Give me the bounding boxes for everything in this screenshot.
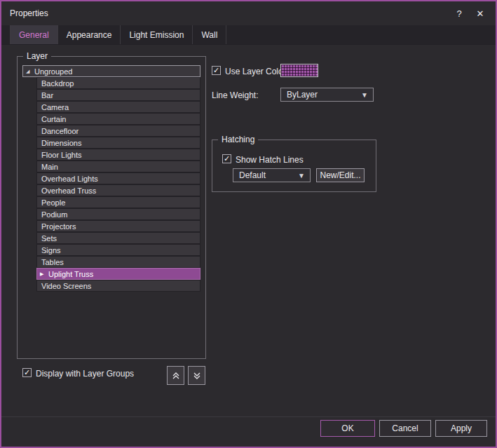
tree-item-floor-lights[interactable]: Floor Lights: [36, 149, 200, 161]
tab-general[interactable]: General: [10, 25, 58, 44]
hatching-group-label: Hatching: [218, 135, 258, 144]
hatching-groupbox: Hatching ✓ Show Hatch Lines Default ▼ Ne…: [212, 140, 376, 192]
tree-item-bar[interactable]: Bar: [36, 89, 200, 101]
tree-item-backdrop[interactable]: Backdrop: [36, 77, 200, 89]
show-hatch-lines-checkbox[interactable]: ✓: [222, 154, 231, 163]
tree-item-ungrouped[interactable]: ◢ Ungrouped: [22, 65, 200, 77]
tab-appearance[interactable]: Appearance: [58, 25, 121, 44]
window-title: Properties: [10, 8, 48, 18]
tree-item-signs[interactable]: Signs: [36, 244, 200, 256]
tree-item-projectors[interactable]: Projectors: [36, 220, 200, 232]
tree-item-camera[interactable]: Camera: [36, 101, 200, 113]
tree-item-uplight-truss-selected[interactable]: ▶ Uplight Truss: [36, 268, 200, 280]
apply-button[interactable]: Apply: [435, 420, 487, 437]
checkmark-icon: ✓: [224, 155, 230, 163]
tree-item-tables[interactable]: Tables: [36, 256, 200, 268]
tree-item-dimensions[interactable]: Dimensions: [36, 137, 200, 149]
tree-item-video-screens[interactable]: Video Screens: [36, 280, 200, 292]
current-item-arrow-icon: ▶: [37, 271, 48, 277]
cancel-button[interactable]: Cancel: [379, 420, 431, 437]
chevron-down-icon: ▼: [361, 91, 373, 99]
double-chevron-down-icon: [192, 371, 202, 381]
tree-item-dancefloor[interactable]: Dancefloor: [36, 125, 200, 137]
display-with-layer-groups-label: Display with Layer Groups: [36, 369, 134, 379]
footer-divider: [1, 416, 496, 417]
tree-item-podium[interactable]: Podium: [36, 208, 200, 220]
layer-tree: ◢ Ungrouped Backdrop Bar Camera Curtain …: [22, 65, 200, 347]
layer-groupbox: Layer ◢ Ungrouped Backdrop Bar Camera Cu…: [17, 56, 206, 359]
line-weight-value: ByLayer: [281, 90, 361, 100]
tree-item-curtain[interactable]: Curtain: [36, 113, 200, 125]
hatch-style-value: Default: [233, 170, 298, 180]
chevron-down-icon: ▼: [298, 172, 310, 179]
tab-wall[interactable]: Wall: [193, 25, 226, 44]
show-hatch-lines-label: Show Hatch Lines: [236, 155, 304, 165]
new-edit-button[interactable]: New/Edit...: [316, 168, 365, 182]
tree-item-main[interactable]: Main: [36, 161, 200, 172]
tab-bar: General Appearance Light Emission Wall: [1, 25, 496, 45]
ok-button[interactable]: OK: [320, 420, 375, 437]
checkmark-icon: ✓: [24, 369, 30, 376]
tab-light-emission[interactable]: Light Emission: [121, 25, 193, 44]
close-icon[interactable]: ✕: [472, 6, 489, 21]
help-icon[interactable]: ?: [451, 6, 468, 21]
layer-group-label: Layer: [23, 51, 51, 61]
move-up-button[interactable]: [167, 366, 184, 385]
tree-item-people[interactable]: People: [36, 196, 200, 208]
expander-icon[interactable]: ◢: [23, 69, 34, 74]
use-layer-color-label: Use Layer Color: [225, 67, 286, 76]
use-layer-color-checkbox[interactable]: ✓: [212, 66, 221, 75]
layer-color-swatch[interactable]: [280, 64, 318, 77]
properties-dialog: Properties ? ✕ General Appearance Light …: [0, 0, 497, 448]
tree-item-sets[interactable]: Sets: [36, 232, 200, 244]
line-weight-dropdown[interactable]: ByLayer ▼: [280, 88, 374, 102]
display-with-layer-groups-checkbox[interactable]: ✓: [22, 368, 32, 377]
double-chevron-up-icon: [171, 371, 181, 381]
line-weight-label: Line Weight:: [212, 90, 259, 100]
titlebar: Properties ? ✕: [1, 1, 496, 25]
tree-item-overhead-lights[interactable]: Overhead Lights: [36, 172, 200, 184]
tree-item-overhead-truss[interactable]: Overhead Truss: [36, 184, 200, 196]
hatch-style-dropdown[interactable]: Default ▼: [233, 168, 311, 182]
checkmark-icon: ✓: [213, 67, 219, 74]
move-down-button[interactable]: [188, 366, 205, 385]
